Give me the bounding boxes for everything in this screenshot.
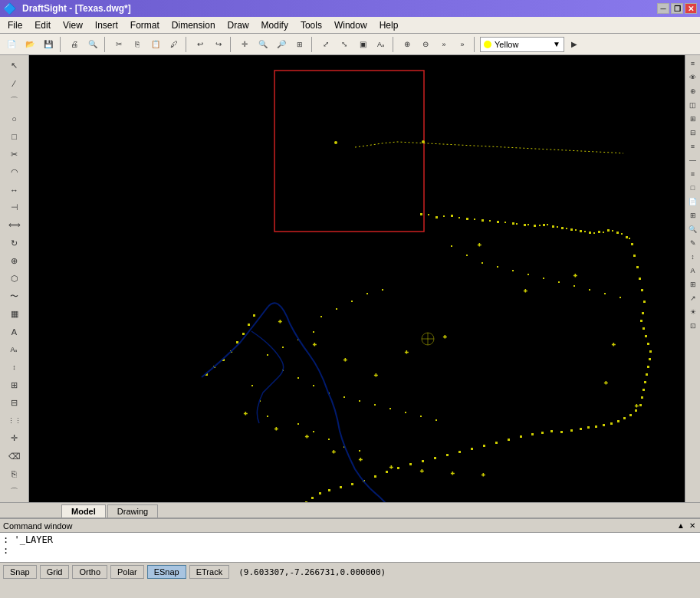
array-tool[interactable]: ⋮⋮ [5,412,24,429]
drawing-canvas[interactable]: + + + + + + + + + + + + + + + + + [29,55,685,502]
command-scroll-up[interactable]: ▲ [675,521,686,530]
print-button[interactable]: 🖨 [66,36,83,53]
tab-drawing[interactable]: Drawing [107,504,158,518]
dimension-style-button[interactable]: ↕ [687,251,699,263]
fillet-tool[interactable]: ⌒ [5,484,24,500]
offset-tool[interactable]: ⟺ [5,217,24,233]
grid-button[interactable]: Grid [40,565,70,579]
zoom-out-button[interactable]: 🔎 [273,36,290,53]
title-bar-controls[interactable]: ─ ❐ ✕ [657,3,697,14]
redo-button[interactable]: ↪ [210,36,227,53]
restore-button[interactable]: ❐ [671,3,683,14]
properties-button[interactable]: ≡ [687,58,699,70]
arc-tool[interactable]: ◠ [5,164,24,180]
table-style-button[interactable]: ⊞ [687,278,699,291]
menu-format[interactable]: Format [124,18,166,32]
minimize-button[interactable]: ─ [657,3,669,14]
properties-palette-button[interactable]: ≡ [687,140,699,153]
erase-tool[interactable]: ⌫ [5,448,24,464]
mirror-tool[interactable]: ⊣ [5,199,24,215]
zoom-extents-button[interactable]: ⤢ [317,36,334,53]
layer-selector[interactable]: Yellow ▼ [480,37,564,52]
block-tool[interactable]: ⊞ [5,377,24,393]
layers-button[interactable]: ◫ [687,99,699,111]
rotate-tool[interactable]: ↻ [5,235,24,251]
text-style-button[interactable]: A [687,264,699,277]
ortho-button[interactable]: Ortho [72,565,107,579]
scale-tool[interactable]: ⊕ [5,253,24,269]
calculator-button[interactable]: ⊞ [687,209,699,222]
esnap-button[interactable]: ESnap [147,565,186,579]
svg-rect-38 [621,233,623,235]
command-controls[interactable]: ▲ ✕ [675,521,697,530]
menu-help[interactable]: Help [373,18,405,32]
menu-modify[interactable]: Modify [255,18,294,32]
circle-tool[interactable]: ○ [5,110,24,127]
linetypes-button[interactable]: — [687,154,699,166]
grips-button[interactable]: ⊡ [687,320,699,332]
lineweight-button[interactable]: ≡ [687,168,699,180]
new-button[interactable]: 📄 [3,36,20,53]
menu-edit[interactable]: Edit [28,18,57,32]
mtext-tool[interactable]: Aₐ [5,342,24,358]
snap-settings-button[interactable]: ⊕ [687,85,699,97]
spline-tool[interactable]: 〜 [5,288,24,304]
paste-button[interactable]: 📋 [147,36,164,53]
open-button[interactable]: 📂 [21,36,38,53]
blocks-button[interactable]: ⊞ [687,113,699,125]
canvas-area[interactable]: + + + + + + + + + + + + + + + + + [29,55,685,502]
view-button[interactable]: 👁 [687,71,699,84]
zoom-minus-button[interactable]: ⊖ [417,36,434,53]
menu-view[interactable]: View [57,18,89,32]
move-tool[interactable]: ✛ [5,430,24,446]
hatch-tool[interactable]: ▦ [5,306,24,322]
toolbar-extra[interactable]: » [454,36,471,53]
command-close[interactable]: ✕ [688,521,697,530]
polygon-tool[interactable]: ⬡ [5,271,24,287]
zoom-prev-button[interactable]: ⤡ [336,36,353,53]
copy-entities-tool[interactable]: ⎘ [5,466,24,482]
render-button[interactable]: ☀ [687,306,699,318]
extend-tool[interactable]: ↔ [5,182,24,198]
snap-button[interactable]: Snap [3,565,37,579]
markup-button[interactable]: ✎ [687,237,699,249]
pan-button[interactable]: ✛ [236,36,253,53]
zoom-plus-button[interactable]: ⊕ [399,36,416,53]
select-tool[interactable]: ↖ [5,58,24,74]
zoom-window-button[interactable]: ▣ [354,36,371,53]
menu-tools[interactable]: Tools [294,18,328,32]
tools-palette-button[interactable]: ⊟ [687,127,699,139]
sheetset-button[interactable]: 📄 [687,196,699,208]
more-button[interactable]: » [435,36,452,53]
menu-insert[interactable]: Insert [89,18,124,32]
trim-tool[interactable]: ✂ [5,146,24,163]
copy-button[interactable]: ⎘ [129,36,146,53]
text-tool[interactable]: A [5,324,24,340]
undo-button[interactable]: ↩ [192,36,209,53]
multileader-button[interactable]: ↗ [687,292,699,304]
zoom-in-button[interactable]: 🔍 [255,36,271,53]
svg-rect-144 [481,262,483,264]
menu-window[interactable]: Window [328,18,373,32]
insert-block-tool[interactable]: ⊟ [5,395,24,411]
rectangle-tool[interactable]: □ [5,129,24,145]
polar-button[interactable]: Polar [110,565,144,579]
menu-draw[interactable]: Draw [222,18,255,32]
polyline-tool[interactable]: ⌒ [5,93,24,109]
save-button[interactable]: 💾 [40,36,57,53]
menu-dimension[interactable]: Dimension [166,18,222,32]
zoom-scale-button[interactable]: Aₐ [373,36,389,53]
close-button[interactable]: ✕ [685,3,697,14]
zoom-fit-button[interactable]: ⊞ [291,36,308,53]
tab-model[interactable]: Model [61,504,106,518]
print-preview-button[interactable]: □ [687,182,699,194]
zoom-button[interactable]: 🔍 [84,36,101,53]
paintbrush-button[interactable]: 🖊 [166,36,182,53]
dimension-tool[interactable]: ↕ [5,360,24,376]
menu-file[interactable]: File [2,18,28,32]
find-button[interactable]: 🔍 [687,223,699,235]
layer-properties-button[interactable]: ▶ [566,36,583,53]
cut-button[interactable]: ✂ [110,36,127,53]
etrack-button[interactable]: ETrack [189,565,229,579]
line-tool[interactable]: ∕ [5,75,24,91]
